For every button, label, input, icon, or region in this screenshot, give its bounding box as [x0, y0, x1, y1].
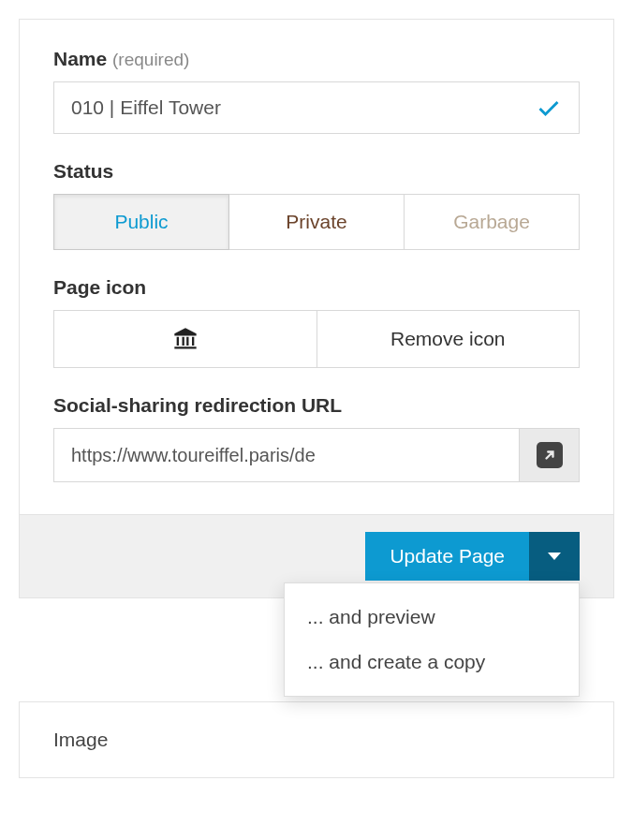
valid-check-icon: [536, 95, 562, 121]
status-label: Status: [53, 160, 580, 183]
name-input[interactable]: [54, 82, 536, 133]
social-url-group: Social-sharing redirection URL: [53, 394, 580, 482]
caret-down-icon: [548, 553, 561, 560]
dropdown-copy-item[interactable]: ... and create a copy: [285, 640, 579, 685]
social-url-row: [53, 428, 580, 482]
page-icon-row: Remove icon: [53, 310, 580, 368]
dropdown-preview-item[interactable]: ... and preview: [285, 595, 579, 640]
status-garbage-button[interactable]: Garbage: [405, 194, 580, 250]
bank-icon: [172, 326, 199, 352]
update-dropdown-toggle[interactable]: [529, 532, 580, 581]
name-label: Name (required): [53, 48, 580, 70]
page-icon-label: Page icon: [53, 276, 580, 299]
status-toggle: Public Private Garbage: [53, 194, 580, 250]
social-url-label: Social-sharing redirection URL: [53, 394, 580, 417]
name-input-wrap: [53, 81, 580, 134]
page-form-panel: Name (required) Status Public Private Ga…: [19, 19, 614, 598]
page-icon-group: Page icon Remove icon: [53, 276, 580, 368]
social-url-input[interactable]: [54, 429, 519, 481]
name-label-text: Name: [53, 48, 107, 69]
update-split-button: Update Page: [365, 532, 580, 581]
update-dropdown-menu: ... and preview ... and create a copy: [284, 582, 580, 697]
image-panel-title: Image: [53, 729, 580, 751]
status-private-button[interactable]: Private: [229, 194, 405, 250]
page-icon-preview-button[interactable]: [53, 310, 317, 368]
status-public-button[interactable]: Public: [53, 194, 229, 250]
status-group: Status Public Private Garbage: [53, 160, 580, 250]
name-group: Name (required): [53, 48, 580, 134]
panel-footer: Update Page ... and preview ... and crea…: [20, 514, 613, 597]
required-hint: (required): [112, 50, 189, 69]
open-url-button[interactable]: [519, 429, 579, 481]
update-page-button[interactable]: Update Page: [365, 532, 529, 581]
external-link-icon: [537, 442, 563, 468]
remove-icon-button[interactable]: Remove icon: [317, 310, 581, 368]
image-panel: Image: [19, 701, 614, 778]
panel-body: Name (required) Status Public Private Ga…: [20, 20, 613, 514]
